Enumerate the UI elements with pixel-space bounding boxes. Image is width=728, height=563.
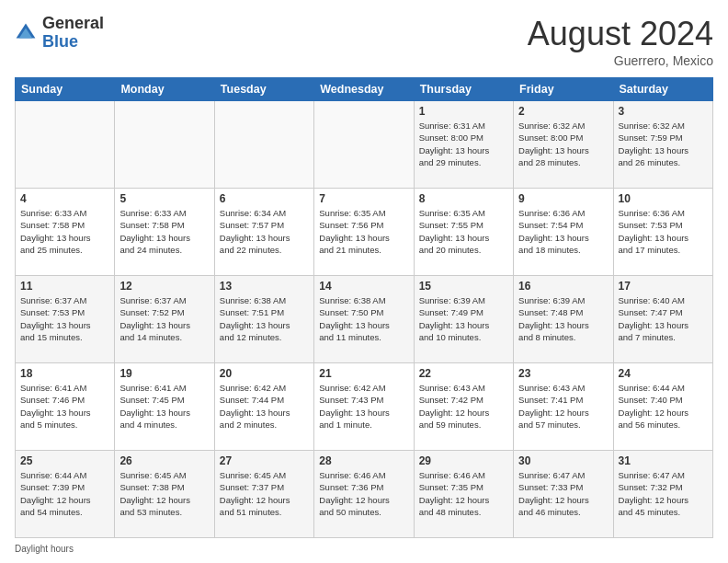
calendar-cell: 30Sunrise: 6:47 AMSunset: 7:33 PMDayligh… [514, 451, 613, 538]
day-number: 16 [518, 280, 608, 293]
day-info: Sunrise: 6:35 AMSunset: 7:56 PMDaylight:… [319, 207, 408, 256]
day-info: Sunrise: 6:35 AMSunset: 7:55 PMDaylight:… [419, 207, 508, 256]
calendar-cell [214, 101, 313, 189]
day-info: Sunrise: 6:33 AMSunset: 7:58 PMDaylight:… [20, 207, 109, 256]
day-info: Sunrise: 6:39 AMSunset: 7:49 PMDaylight:… [419, 294, 508, 343]
day-number: 29 [419, 454, 508, 467]
day-info: Sunrise: 6:39 AMSunset: 7:48 PMDaylight:… [518, 294, 608, 343]
calendar-cell: 5Sunrise: 6:33 AMSunset: 7:58 PMDaylight… [115, 189, 214, 276]
day-number: 12 [119, 280, 209, 293]
day-info: Sunrise: 6:42 AMSunset: 7:44 PMDaylight:… [220, 382, 309, 431]
calendar-cell: 17Sunrise: 6:40 AMSunset: 7:47 PMDayligh… [613, 276, 712, 363]
day-number: 23 [518, 367, 608, 380]
calendar-week-1: 1Sunrise: 6:31 AMSunset: 8:00 PMDaylight… [16, 101, 713, 189]
day-number: 3 [619, 105, 708, 118]
calendar-cell: 24Sunrise: 6:44 AMSunset: 7:40 PMDayligh… [613, 363, 712, 451]
calendar-cell: 10Sunrise: 6:36 AMSunset: 7:53 PMDayligh… [613, 189, 712, 276]
calendar-header-tuesday: Tuesday [214, 78, 313, 101]
title-block: August 2024 Guerrero, Mexico [528, 15, 713, 68]
calendar-header-sunday: Sunday [16, 78, 115, 101]
day-number: 24 [619, 367, 708, 380]
calendar-cell: 20Sunrise: 6:42 AMSunset: 7:44 PMDayligh… [214, 363, 313, 451]
calendar-cell: 9Sunrise: 6:36 AMSunset: 7:54 PMDaylight… [514, 189, 613, 276]
calendar-header-monday: Monday [115, 78, 214, 101]
daylight-label: Daylight hours [15, 544, 74, 554]
day-number: 31 [619, 454, 708, 467]
day-number: 11 [20, 280, 109, 293]
calendar-header-wednesday: Wednesday [314, 78, 414, 101]
day-info: Sunrise: 6:32 AMSunset: 8:00 PMDaylight:… [518, 120, 608, 168]
day-number: 6 [220, 192, 309, 205]
day-info: Sunrise: 6:44 AMSunset: 7:40 PMDaylight:… [619, 382, 708, 431]
calendar-week-5: 25Sunrise: 6:44 AMSunset: 7:39 PMDayligh… [16, 451, 713, 538]
day-number: 14 [319, 280, 408, 293]
calendar-cell: 23Sunrise: 6:43 AMSunset: 7:41 PMDayligh… [514, 363, 613, 451]
day-info: Sunrise: 6:37 AMSunset: 7:52 PMDaylight:… [119, 294, 209, 343]
logo-blue: Blue [42, 33, 104, 52]
day-info: Sunrise: 6:46 AMSunset: 7:35 PMDaylight:… [419, 469, 508, 518]
calendar-cell: 1Sunrise: 6:31 AMSunset: 8:00 PMDaylight… [414, 101, 513, 189]
day-info: Sunrise: 6:31 AMSunset: 8:00 PMDaylight:… [419, 120, 508, 168]
location: Guerrero, Mexico [528, 53, 713, 68]
logo-icon [15, 22, 37, 44]
day-info: Sunrise: 6:47 AMSunset: 7:32 PMDaylight:… [619, 469, 708, 518]
day-number: 5 [119, 192, 209, 205]
day-info: Sunrise: 6:42 AMSunset: 7:43 PMDaylight:… [319, 382, 408, 431]
calendar-cell: 4Sunrise: 6:33 AMSunset: 7:58 PMDaylight… [16, 189, 115, 276]
day-number: 2 [518, 105, 608, 118]
calendar-cell: 7Sunrise: 6:35 AMSunset: 7:56 PMDaylight… [314, 189, 414, 276]
day-number: 4 [20, 192, 109, 205]
calendar-cell: 31Sunrise: 6:47 AMSunset: 7:32 PMDayligh… [613, 451, 712, 538]
day-number: 13 [220, 280, 309, 293]
calendar-cell: 14Sunrise: 6:38 AMSunset: 7:50 PMDayligh… [314, 276, 414, 363]
day-number: 7 [319, 192, 408, 205]
day-number: 30 [518, 454, 608, 467]
calendar-cell: 3Sunrise: 6:32 AMSunset: 7:59 PMDaylight… [613, 101, 712, 189]
day-info: Sunrise: 6:43 AMSunset: 7:42 PMDaylight:… [419, 382, 508, 431]
logo: General Blue [15, 15, 104, 52]
calendar-header-thursday: Thursday [414, 78, 513, 101]
calendar-week-2: 4Sunrise: 6:33 AMSunset: 7:58 PMDaylight… [16, 189, 713, 276]
calendar-cell: 26Sunrise: 6:45 AMSunset: 7:38 PMDayligh… [115, 451, 214, 538]
day-info: Sunrise: 6:41 AMSunset: 7:46 PMDaylight:… [20, 382, 109, 431]
day-info: Sunrise: 6:38 AMSunset: 7:51 PMDaylight:… [220, 294, 309, 343]
day-info: Sunrise: 6:36 AMSunset: 7:54 PMDaylight:… [518, 207, 608, 256]
calendar-cell: 21Sunrise: 6:42 AMSunset: 7:43 PMDayligh… [314, 363, 414, 451]
footer: Daylight hours [15, 544, 713, 554]
day-info: Sunrise: 6:36 AMSunset: 7:53 PMDaylight:… [619, 207, 708, 256]
calendar-cell [16, 101, 115, 189]
calendar-week-3: 11Sunrise: 6:37 AMSunset: 7:53 PMDayligh… [16, 276, 713, 363]
day-number: 21 [319, 367, 408, 380]
day-info: Sunrise: 6:41 AMSunset: 7:45 PMDaylight:… [119, 382, 209, 431]
header: General Blue August 2024 Guerrero, Mexic… [15, 15, 713, 68]
day-info: Sunrise: 6:38 AMSunset: 7:50 PMDaylight:… [319, 294, 408, 343]
day-info: Sunrise: 6:44 AMSunset: 7:39 PMDaylight:… [20, 469, 109, 518]
calendar-cell: 25Sunrise: 6:44 AMSunset: 7:39 PMDayligh… [16, 451, 115, 538]
day-info: Sunrise: 6:34 AMSunset: 7:57 PMDaylight:… [220, 207, 309, 256]
month-title: August 2024 [528, 15, 713, 53]
day-number: 25 [20, 454, 109, 467]
day-info: Sunrise: 6:32 AMSunset: 7:59 PMDaylight:… [619, 120, 708, 168]
calendar-cell: 13Sunrise: 6:38 AMSunset: 7:51 PMDayligh… [214, 276, 313, 363]
calendar-cell [115, 101, 214, 189]
day-number: 26 [119, 454, 209, 467]
calendar-cell: 22Sunrise: 6:43 AMSunset: 7:42 PMDayligh… [414, 363, 513, 451]
day-number: 20 [220, 367, 309, 380]
calendar-cell: 11Sunrise: 6:37 AMSunset: 7:53 PMDayligh… [16, 276, 115, 363]
day-number: 9 [518, 192, 608, 205]
day-number: 8 [419, 192, 508, 205]
day-number: 28 [319, 454, 408, 467]
calendar: SundayMondayTuesdayWednesdayThursdayFrid… [15, 77, 713, 538]
calendar-cell: 28Sunrise: 6:46 AMSunset: 7:36 PMDayligh… [314, 451, 414, 538]
calendar-cell [314, 101, 414, 189]
day-info: Sunrise: 6:43 AMSunset: 7:41 PMDaylight:… [518, 382, 608, 431]
day-number: 1 [419, 105, 508, 118]
day-info: Sunrise: 6:46 AMSunset: 7:36 PMDaylight:… [319, 469, 408, 518]
calendar-week-4: 18Sunrise: 6:41 AMSunset: 7:46 PMDayligh… [16, 363, 713, 451]
day-info: Sunrise: 6:37 AMSunset: 7:53 PMDaylight:… [20, 294, 109, 343]
calendar-cell: 15Sunrise: 6:39 AMSunset: 7:49 PMDayligh… [414, 276, 513, 363]
day-info: Sunrise: 6:33 AMSunset: 7:58 PMDaylight:… [119, 207, 209, 256]
day-number: 27 [220, 454, 309, 467]
page: General Blue August 2024 Guerrero, Mexic… [0, 0, 728, 563]
day-number: 22 [419, 367, 508, 380]
